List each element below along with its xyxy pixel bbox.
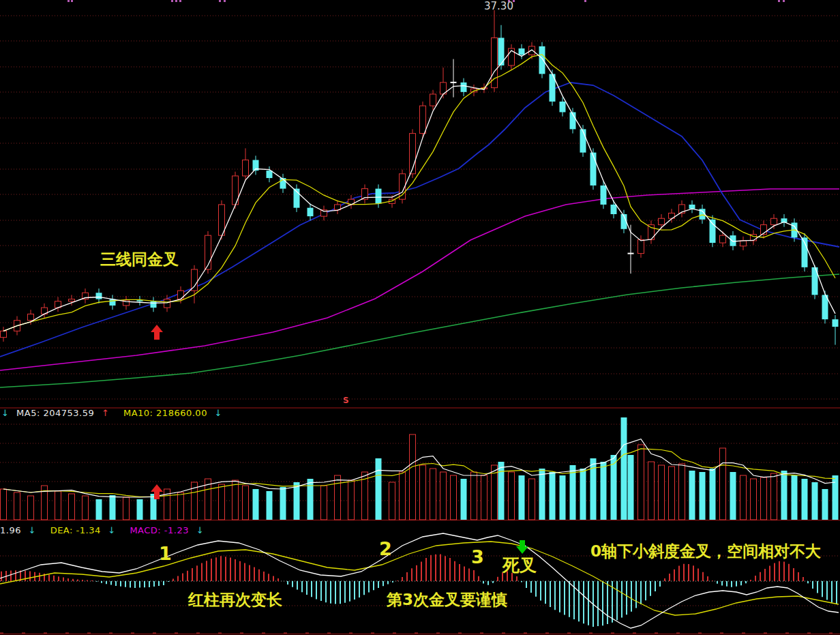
annotation-third-cross-caution: 第3次金叉要谨慎 (387, 589, 507, 610)
annotation-below-zero-note: 0轴下小斜度金叉，空间相对不大 (590, 541, 821, 562)
buy-signal-arrow-icon (151, 325, 163, 340)
stock-chart-canvas[interactable] (0, 0, 840, 635)
macd-dif-down-arrow-icon: ↓ (29, 525, 36, 535)
top-event-tick (68, 0, 70, 2)
macd-value: MACD: -1.23 (130, 525, 189, 535)
volume-ma10-down-arrow-icon: ↓ (215, 408, 222, 418)
top-event-tick (783, 0, 785, 2)
annotation-cross-count-1: 1 (159, 543, 172, 564)
top-event-tick (224, 0, 226, 2)
stock-app-window: 三线同金叉 37.30 S ↓ MA5: 204753.59 ↑ MA10: 2… (0, 0, 840, 635)
ma10-line (3, 55, 835, 331)
macd-dea-down-arrow-icon: ↓ (108, 525, 115, 535)
volume-ma5-value: MA5: 204753.59 (16, 408, 94, 418)
top-event-tick (171, 0, 173, 2)
top-event-tick (71, 0, 73, 2)
ma120-line (0, 274, 839, 387)
ma60-line (0, 189, 839, 370)
top-event-tick (778, 0, 780, 2)
annotation-death-cross: 死叉 (502, 554, 537, 576)
volume-ma10-value: MA10: 218660.00 (123, 408, 207, 418)
macd-dea-value: DEA: -1.34 (50, 525, 101, 535)
death-cross-arrow-icon (516, 540, 528, 554)
annotation-three-line-golden-cross: 三线同金叉 (100, 249, 179, 270)
volume-ma5-up-arrow-icon: ↑ (102, 408, 109, 418)
macd-dif-value: 1.96 (0, 525, 21, 535)
macd-down-arrow-icon: ↓ (196, 525, 204, 535)
top-event-tick (219, 0, 221, 2)
macd-header: 1.96 ↓ DEA: -1.34 ↓ MACD: -1.23 ↓ (0, 525, 208, 535)
annotation-red-bars-lengthen: 红柱再次变长 (188, 589, 282, 610)
annotation-cross-count-3: 3 (471, 546, 484, 567)
top-event-tick (175, 0, 177, 2)
annotation-cross-count-2: 2 (379, 538, 392, 559)
event-marker: S (343, 396, 349, 405)
top-event-tick (584, 0, 586, 2)
peak-price-label: 37.30 (484, 0, 513, 12)
volume-trend-down-arrow-icon: ↓ (1, 408, 9, 418)
top-event-tick (179, 0, 181, 2)
volume-header: ↓ MA5: 204753.59 ↑ MA10: 218660.00 ↓ (1, 408, 226, 418)
